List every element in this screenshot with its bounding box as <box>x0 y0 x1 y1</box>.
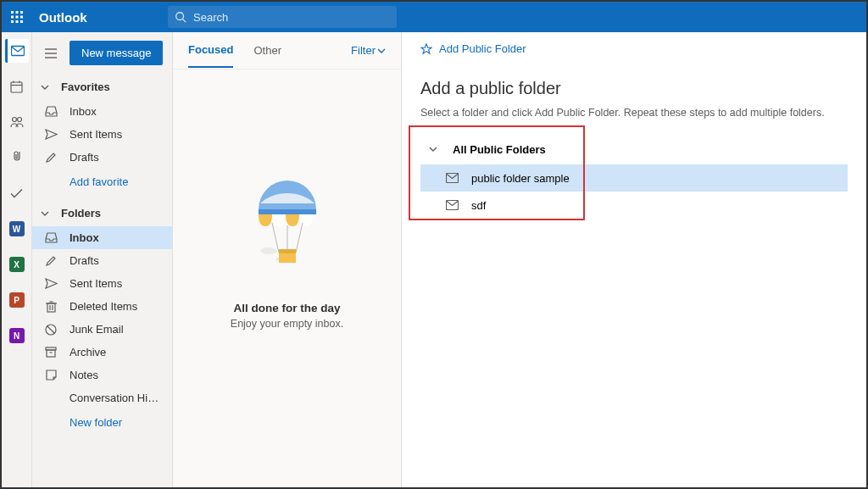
empty-state: All done for the day Enjoy your empty in… <box>173 69 401 487</box>
junk-icon <box>42 324 59 336</box>
svg-rect-3 <box>11 16 14 19</box>
rail-files-icon[interactable] <box>5 146 29 169</box>
public-folder-item[interactable]: sdf <box>420 192 848 219</box>
favorites-section[interactable]: Favorites <box>32 74 172 100</box>
folder-item[interactable]: Notes <box>32 364 172 386</box>
add-public-folder-link-label: Add Public Folder <box>439 42 526 55</box>
chevron-down-icon <box>429 145 437 153</box>
empty-illustration <box>236 176 338 286</box>
folder-item[interactable]: Inbox <box>32 226 172 249</box>
filter-button[interactable]: Filter <box>351 44 386 57</box>
app-header: Outlook Search <box>2 2 866 32</box>
folder-label: Conversation Hist... <box>70 392 164 404</box>
app-launcher-icon[interactable] <box>2 11 32 23</box>
svg-rect-8 <box>20 20 23 23</box>
chevron-down-icon <box>377 47 386 55</box>
new-message-button[interactable]: New message <box>70 41 163 65</box>
rail-todo-icon[interactable] <box>5 181 29 205</box>
rail-word-icon[interactable]: W <box>5 217 29 241</box>
mail-icon <box>444 200 459 210</box>
search-icon <box>175 11 186 23</box>
favorite-label: Inbox <box>70 105 97 118</box>
public-folder-picker: All Public Folders public folder samples… <box>420 134 848 219</box>
inbox-icon <box>42 232 59 243</box>
chevron-down-icon <box>41 83 49 92</box>
folder-item[interactable]: Conversation Hist... <box>32 386 172 409</box>
draft-icon <box>42 152 59 164</box>
folder-item[interactable]: Archive <box>32 341 172 364</box>
public-folder-label: public folder sample <box>471 172 570 185</box>
folder-item[interactable]: Junk Email <box>32 318 172 341</box>
favorite-item[interactable]: Inbox <box>32 100 172 123</box>
app-title: Outlook <box>32 10 168 25</box>
menu-icon[interactable] <box>41 48 61 58</box>
folder-label: Inbox <box>70 231 99 244</box>
svg-rect-2 <box>20 11 23 14</box>
svg-line-35 <box>296 223 303 253</box>
svg-rect-37 <box>279 249 296 253</box>
favorite-label: Drafts <box>70 151 99 164</box>
add-favorite-link[interactable]: Add favorite <box>32 169 172 195</box>
panel-title: Add a public folder <box>420 79 848 98</box>
folders-section[interactable]: Folders <box>32 200 172 226</box>
public-folder-item[interactable]: public folder sample <box>420 164 848 192</box>
svg-rect-12 <box>11 82 22 92</box>
svg-marker-38 <box>421 43 431 53</box>
svg-point-16 <box>12 118 16 122</box>
note-icon <box>42 370 59 381</box>
empty-title: All done for the day <box>233 302 340 314</box>
add-public-folder-link[interactable]: Add Public Folder <box>420 42 848 55</box>
tab-focused[interactable]: Focused <box>188 33 233 68</box>
svg-rect-7 <box>16 20 19 23</box>
rail-mail-icon[interactable] <box>5 39 29 63</box>
search-placeholder: Search <box>193 11 228 24</box>
svg-point-31 <box>260 247 277 254</box>
rail-people-icon[interactable] <box>5 110 29 134</box>
trash-icon <box>42 301 59 313</box>
svg-point-9 <box>176 13 184 20</box>
svg-line-10 <box>183 19 186 23</box>
rail-calendar-icon[interactable] <box>5 75 29 98</box>
folder-label: Deleted Items <box>70 300 137 313</box>
send-icon <box>42 129 59 140</box>
folder-label: Sent Items <box>70 277 122 290</box>
svg-rect-4 <box>16 16 19 19</box>
empty-subtitle: Enjoy your empty inbox. <box>231 318 343 330</box>
svg-rect-0 <box>11 11 14 14</box>
app-rail: WXPN <box>2 32 32 487</box>
draft-icon <box>42 255 59 267</box>
filter-label: Filter <box>351 44 376 57</box>
chevron-down-icon <box>41 209 49 218</box>
rail-excel-icon[interactable]: X <box>5 253 29 276</box>
new-folder-link[interactable]: New folder <box>32 409 172 436</box>
favorite-label: Sent Items <box>70 128 122 141</box>
folder-item[interactable]: Sent Items <box>32 272 172 295</box>
folder-label: Junk Email <box>70 323 124 336</box>
svg-line-27 <box>47 325 55 333</box>
send-icon <box>42 278 59 289</box>
star-add-icon <box>420 43 432 55</box>
svg-rect-5 <box>20 16 23 19</box>
add-public-folder-panel: Add Public Folder Add a public folder Se… <box>402 32 866 487</box>
folder-item[interactable]: Drafts <box>32 249 172 272</box>
tab-other[interactable]: Other <box>253 34 281 67</box>
rail-onenote-icon[interactable]: N <box>5 324 29 347</box>
svg-rect-6 <box>11 20 14 23</box>
favorite-item[interactable]: Drafts <box>32 146 172 169</box>
folder-item[interactable]: Deleted Items <box>32 295 172 318</box>
picker-root[interactable]: All Public Folders <box>420 134 848 164</box>
svg-point-17 <box>17 118 21 122</box>
svg-rect-1 <box>16 11 19 14</box>
folder-label: Notes <box>70 369 98 381</box>
public-folder-label: sdf <box>471 199 486 212</box>
folders-label-text: Folders <box>61 207 101 219</box>
search-input[interactable]: Search <box>168 6 397 28</box>
folder-label: Drafts <box>70 254 99 267</box>
panel-description: Select a folder and click Add Public Fol… <box>420 107 848 119</box>
inbox-icon <box>42 106 59 117</box>
favorite-item[interactable]: Sent Items <box>32 123 172 146</box>
rail-powerpoint-icon[interactable]: P <box>5 288 29 312</box>
archive-icon <box>42 347 59 358</box>
favorites-label: Favorites <box>61 81 110 93</box>
svg-rect-21 <box>47 303 55 312</box>
